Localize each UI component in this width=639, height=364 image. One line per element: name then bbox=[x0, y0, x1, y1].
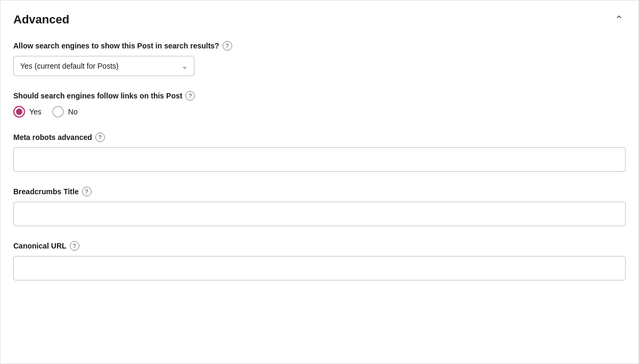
canonical-url-label: Canonical URL ? bbox=[13, 241, 626, 251]
meta-robots-section: Meta robots advanced ? bbox=[13, 133, 626, 172]
canonical-url-help-icon[interactable]: ? bbox=[70, 241, 79, 251]
follow-links-yes-option[interactable]: Yes bbox=[13, 106, 42, 118]
follow-links-yes-label: Yes bbox=[29, 107, 42, 116]
breadcrumbs-title-label: Breadcrumbs Title ? bbox=[13, 187, 626, 196]
search-visibility-select[interactable]: Yes (current default for Posts) No bbox=[13, 56, 194, 76]
advanced-panel: Advanced ⌃ Allow search engines to show … bbox=[0, 0, 639, 364]
panel-header: Advanced ⌃ bbox=[13, 11, 626, 28]
breadcrumbs-title-help-icon[interactable]: ? bbox=[82, 187, 92, 196]
search-visibility-help-icon[interactable]: ? bbox=[223, 41, 232, 51]
search-visibility-label: Allow search engines to show this Post i… bbox=[13, 41, 626, 51]
canonical-url-section: Canonical URL ? bbox=[13, 241, 626, 280]
meta-robots-help-icon[interactable]: ? bbox=[95, 133, 105, 142]
panel-title: Advanced bbox=[13, 13, 69, 27]
follow-links-help-icon[interactable]: ? bbox=[185, 91, 195, 101]
search-visibility-select-wrapper: Yes (current default for Posts) No ⌄ bbox=[13, 56, 194, 76]
follow-links-no-radio[interactable] bbox=[52, 106, 64, 118]
follow-links-section: Should search engines follow links on th… bbox=[13, 91, 626, 118]
search-visibility-section: Allow search engines to show this Post i… bbox=[13, 41, 626, 76]
breadcrumbs-title-input[interactable] bbox=[13, 202, 626, 226]
follow-links-radio-group: Yes No bbox=[13, 106, 626, 118]
collapse-icon[interactable]: ⌃ bbox=[612, 11, 626, 28]
breadcrumbs-title-section: Breadcrumbs Title ? bbox=[13, 187, 626, 226]
meta-robots-label: Meta robots advanced ? bbox=[13, 133, 626, 142]
meta-robots-input[interactable] bbox=[13, 147, 626, 172]
follow-links-label: Should search engines follow links on th… bbox=[13, 91, 626, 101]
canonical-url-input[interactable] bbox=[13, 256, 626, 280]
follow-links-no-label: No bbox=[68, 107, 78, 116]
follow-links-no-option[interactable]: No bbox=[52, 106, 78, 118]
follow-links-yes-radio[interactable] bbox=[13, 106, 25, 118]
